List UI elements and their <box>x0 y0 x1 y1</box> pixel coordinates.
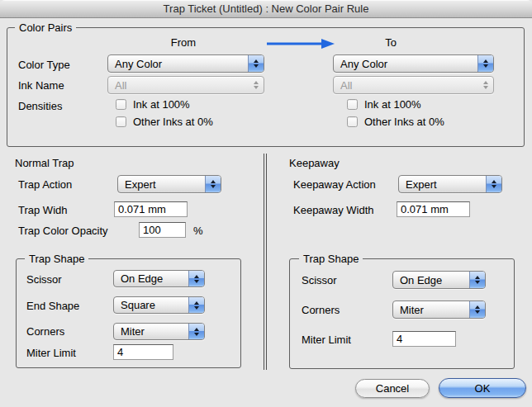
from-ink-name-popup: All <box>107 76 264 94</box>
stepper-arrows-icon <box>477 77 493 93</box>
trap-color-opacity-label: Trap Color Opacity <box>18 225 108 237</box>
corners-value-right: Miter <box>393 301 469 318</box>
keepaway-width-label: Keepaway Width <box>293 204 374 216</box>
scissor-popup-left[interactable]: On Edge <box>113 270 205 287</box>
normal-trap-title: Normal Trap <box>15 157 74 169</box>
ok-button[interactable]: OK <box>439 378 526 398</box>
trap-width-input[interactable] <box>114 201 188 217</box>
scissor-label-right: Scissor <box>302 274 337 286</box>
keepaway-title: Keepaway <box>289 157 340 169</box>
densities-label: Densities <box>18 100 62 112</box>
corners-label-left: Corners <box>26 325 64 338</box>
corners-label-right: Corners <box>302 304 340 316</box>
to-color-type-value: Any Color <box>334 55 477 72</box>
stepper-arrows-icon <box>469 301 485 318</box>
window-title: Trap Ticket (Untitled) : New Color Pair … <box>164 2 369 15</box>
stepper-arrows-icon <box>477 55 493 72</box>
end-shape-popup[interactable]: Square <box>113 296 205 314</box>
corners-popup-right[interactable]: Miter <box>392 301 486 319</box>
trap-shape-legend-right: Trap Shape <box>299 253 363 265</box>
miter-limit-label-right: Miter Limit <box>302 334 351 346</box>
end-shape-value: Square <box>114 297 188 313</box>
corners-value-left: Miter <box>114 324 188 339</box>
dialog-window: Trap Ticket (Untitled) : New Color Pair … <box>0 0 532 407</box>
trap-action-popup[interactable]: Expert <box>117 175 221 193</box>
section-divider <box>264 154 267 370</box>
stepper-arrows-icon <box>469 272 485 288</box>
from-color-type-popup[interactable]: Any Color <box>107 54 264 73</box>
trap-action-value: Expert <box>118 176 205 192</box>
stepper-arrows-icon <box>205 176 221 192</box>
title-bar: Trap Ticket (Untitled) : New Color Pair … <box>0 0 532 18</box>
from-ink-at-100-label: Ink at 100% <box>133 98 190 111</box>
keepaway-action-label: Keepaway Action <box>293 178 376 191</box>
to-other-inks-at-0-checkbox[interactable] <box>347 116 358 127</box>
trap-action-label: Trap Action <box>18 178 72 191</box>
to-ink-name-value: All <box>334 77 477 93</box>
scissor-label-left: Scissor <box>26 273 62 286</box>
from-ink-at-100-checkbox[interactable] <box>116 99 126 110</box>
from-other-inks-at-0-label: Other Inks at 0% <box>133 116 213 128</box>
cancel-button[interactable]: Cancel <box>355 379 430 398</box>
corners-popup-left[interactable]: Miter <box>113 323 205 340</box>
from-column-header: From <box>153 36 214 49</box>
color-pairs-legend: Color Pairs <box>15 21 76 34</box>
end-shape-label: End Shape <box>26 300 79 312</box>
to-other-inks-at-0-label: Other Inks at 0% <box>364 116 444 128</box>
to-column-header: To <box>366 36 416 49</box>
miter-limit-input-right[interactable] <box>392 331 456 347</box>
from-color-type-value: Any Color <box>108 55 248 72</box>
stepper-arrows-icon <box>188 324 204 339</box>
keepaway-action-value: Expert <box>399 176 486 192</box>
trap-color-opacity-unit: % <box>193 225 203 237</box>
ink-name-label: Ink Name <box>18 79 64 92</box>
to-ink-at-100-label: Ink at 100% <box>364 98 421 111</box>
trap-color-opacity-input[interactable] <box>139 222 186 238</box>
keepaway-action-popup[interactable]: Expert <box>398 175 502 193</box>
stepper-arrows-icon <box>248 77 264 93</box>
from-ink-name-value: All <box>108 77 248 93</box>
keepaway-width-input[interactable] <box>397 201 470 217</box>
stepper-arrows-icon <box>188 271 204 286</box>
scissor-value-right: On Edge <box>393 272 469 288</box>
stepper-arrows-icon <box>248 55 264 72</box>
from-to-arrow-icon <box>267 39 335 49</box>
miter-limit-label-left: Miter Limit <box>26 347 76 359</box>
trap-width-label: Trap Widh <box>18 204 67 216</box>
to-ink-name-popup: All <box>333 76 494 94</box>
scissor-value-left: On Edge <box>114 271 188 286</box>
trap-shape-legend-left: Trap Shape <box>25 253 88 265</box>
to-ink-at-100-checkbox[interactable] <box>347 99 358 110</box>
scissor-popup-right[interactable]: On Edge <box>392 271 486 289</box>
to-color-type-popup[interactable]: Any Color <box>333 54 494 73</box>
color-type-label: Color Type <box>18 59 70 71</box>
from-other-inks-at-0-checkbox[interactable] <box>116 116 126 127</box>
miter-limit-input-left[interactable] <box>113 344 173 360</box>
stepper-arrows-icon <box>188 297 204 313</box>
stepper-arrows-icon <box>486 176 501 192</box>
